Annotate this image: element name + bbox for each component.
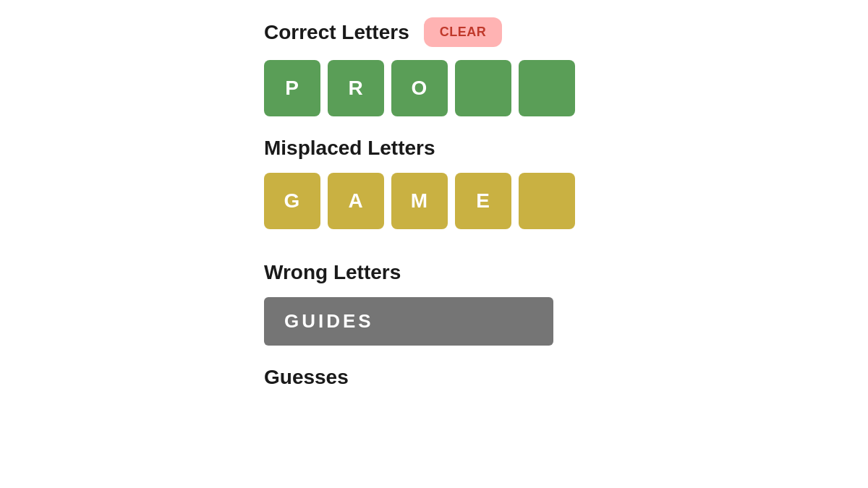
correct-tile-3[interactable]: O — [391, 60, 448, 116]
correct-tile-1[interactable]: P — [264, 60, 320, 116]
clear-button[interactable]: CLEAR — [424, 17, 503, 47]
misplaced-tile-4[interactable]: E — [455, 173, 511, 229]
correct-letters-tiles: P R O — [264, 60, 575, 116]
wrong-letters-bar[interactable]: GUIDES — [264, 297, 553, 346]
correct-letters-title: Correct Letters — [264, 21, 409, 44]
wrong-letters-value: GUIDES — [284, 310, 374, 332]
misplaced-letters-header: Misplaced Letters — [264, 137, 435, 160]
misplaced-tile-2[interactable]: A — [328, 173, 384, 229]
misplaced-tile-3[interactable]: M — [391, 173, 448, 229]
misplaced-tile-1[interactable]: G — [264, 173, 320, 229]
wrong-letters-title: Wrong Letters — [264, 261, 401, 284]
misplaced-letters-tiles: G A M E — [264, 173, 575, 229]
correct-tile-5[interactable] — [519, 60, 575, 116]
guesses-section: Guesses — [264, 366, 349, 389]
misplaced-tile-5[interactable] — [519, 173, 575, 229]
misplaced-letters-title: Misplaced Letters — [264, 137, 435, 160]
correct-tile-2[interactable]: R — [328, 60, 384, 116]
correct-tile-4[interactable] — [455, 60, 511, 116]
guesses-title: Guesses — [264, 366, 349, 388]
wrong-letters-header: Wrong Letters — [264, 261, 553, 284]
correct-letters-header: Correct Letters CLEAR — [264, 17, 502, 47]
wrong-letters-section: Wrong Letters GUIDES — [264, 252, 553, 366]
main-container: Correct Letters CLEAR P R O Misplaced Le… — [0, 0, 868, 389]
